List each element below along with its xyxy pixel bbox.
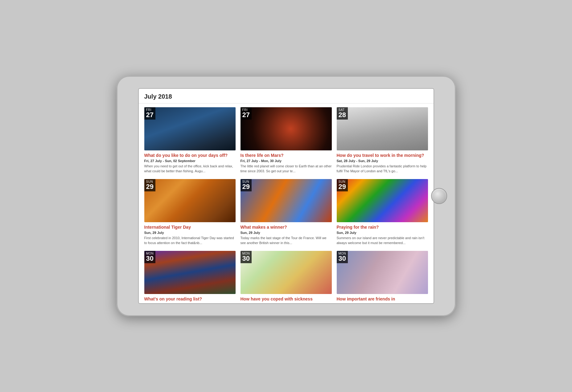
card-desc: First celebrated in 2010, International … xyxy=(144,236,236,245)
card-tiger-day[interactable]: SUN 29 International Tiger Day Sun, 29 J… xyxy=(144,179,236,245)
badge-num: 29 xyxy=(146,183,154,190)
card-image-wrap: SUN 29 xyxy=(144,179,236,222)
page-header: July 2018 xyxy=(139,89,434,104)
page-title: July 2018 xyxy=(144,93,172,100)
card-image xyxy=(337,179,428,222)
card-body: What's on your reading list? xyxy=(144,294,236,303)
card-sickness[interactable]: MON 30 How have you coped with sickness xyxy=(241,251,332,303)
content-grid: FRI 27 What do you like to do on your da… xyxy=(139,104,434,303)
card-image-wrap: FRI 27 xyxy=(241,107,332,150)
card-rain[interactable]: SUN 29 Praying for the rain? Sun, 29 Jul… xyxy=(337,179,428,245)
card-date-badge: SUN 29 xyxy=(337,179,348,191)
card-image-wrap: FRI 27 xyxy=(144,107,236,150)
card-body: What makes a winner? Sun, 29 July Today … xyxy=(241,222,332,245)
card-body: How have you coped with sickness xyxy=(241,294,332,303)
card-body: International Tiger Day Sun, 29 July Fir… xyxy=(144,222,236,245)
card-body: How do you travel to work in the morning… xyxy=(337,150,428,174)
card-date-badge: MON 30 xyxy=(241,251,252,263)
badge-num: 29 xyxy=(242,183,250,190)
card-image xyxy=(144,251,236,294)
card-title: What's on your reading list? xyxy=(144,296,236,302)
card-date: Sun, 29 July xyxy=(144,231,236,235)
card-image xyxy=(337,251,428,294)
card-image xyxy=(241,179,332,222)
card-image-wrap: SAT 28 xyxy=(337,107,428,150)
card-title: Praying for the rain? xyxy=(337,224,428,230)
card-body: How important are friends in xyxy=(337,294,428,303)
card-image-wrap: MON 30 xyxy=(144,251,236,294)
card-travel-work[interactable]: SAT 28 How do you travel to work in the … xyxy=(337,107,428,174)
card-image-wrap: SUN 29 xyxy=(241,179,332,222)
card-date-badge: MON 30 xyxy=(337,251,348,263)
tablet-screen: July 2018 FRI 27 What do you like to do … xyxy=(138,88,434,304)
home-button[interactable] xyxy=(431,188,447,204)
card-body: What do you like to do on your days off?… xyxy=(144,150,236,174)
card-title: How important are friends in xyxy=(337,296,428,302)
card-desc: Today marks the last stage of the Tour d… xyxy=(241,236,332,245)
badge-num: 30 xyxy=(146,255,154,262)
card-friends[interactable]: MON 30 How important are friends in xyxy=(337,251,428,303)
badge-num: 30 xyxy=(339,255,346,262)
card-date-badge: SAT 28 xyxy=(337,107,348,120)
card-mars[interactable]: FRI 27 Is there life on Mars? Fri, 27 Ju… xyxy=(241,107,332,174)
card-desc: When you need to get out of the office, … xyxy=(144,164,236,174)
card-title: How have you coped with sickness xyxy=(241,296,332,302)
card-date-badge: SUN 29 xyxy=(144,179,155,191)
badge-num: 29 xyxy=(339,183,346,190)
card-date: Fri, 27 July - Mon, 30 July xyxy=(241,159,332,163)
card-date: Sun, 29 July xyxy=(337,231,428,235)
card-image xyxy=(144,179,236,222)
card-date: Fri, 27 July - Sun, 02 September xyxy=(144,159,236,163)
card-body: Praying for the rain? Sun, 29 July Summe… xyxy=(337,222,428,245)
card-image xyxy=(144,107,236,150)
card-title: What makes a winner? xyxy=(241,224,332,230)
card-date-badge: FRI 27 xyxy=(144,107,155,120)
badge-num: 27 xyxy=(242,112,250,118)
card-image xyxy=(241,251,332,294)
card-winner[interactable]: SUN 29 What makes a winner? Sun, 29 July… xyxy=(241,179,332,245)
card-date-badge: SUN 29 xyxy=(241,179,252,191)
card-desc: Summers on our island are never predicta… xyxy=(337,236,428,245)
card-title: Is there life on Mars? xyxy=(241,153,332,158)
card-days-off[interactable]: FRI 27 What do you like to do on your da… xyxy=(144,107,236,174)
card-desc: Prudential Ride London provides a fantas… xyxy=(337,164,428,174)
badge-num: 28 xyxy=(339,112,346,118)
card-date: Sat, 28 July - Sun, 29 July xyxy=(337,159,428,163)
card-image xyxy=(241,107,332,150)
card-title: What do you like to do on your days off? xyxy=(144,153,236,158)
badge-num: 27 xyxy=(146,112,154,118)
card-date-badge: FRI 27 xyxy=(241,107,252,120)
card-reading-list[interactable]: MON 30 What's on your reading list? xyxy=(144,251,236,303)
card-body: Is there life on Mars? Fri, 27 July - Mo… xyxy=(241,150,332,174)
card-title: International Tiger Day xyxy=(144,224,236,230)
card-title: How do you travel to work in the morning… xyxy=(337,153,428,158)
card-desc: The little red planet will come closer t… xyxy=(241,164,332,174)
tablet-frame: July 2018 FRI 27 What do you like to do … xyxy=(117,76,456,316)
card-date: Sun, 29 July xyxy=(241,231,332,235)
badge-num: 30 xyxy=(242,255,250,262)
card-image-wrap: MON 30 xyxy=(241,251,332,294)
card-date-badge: MON 30 xyxy=(144,251,156,263)
card-image-wrap: MON 30 xyxy=(337,251,428,294)
card-image xyxy=(337,107,428,150)
card-image-wrap: SUN 29 xyxy=(337,179,428,222)
